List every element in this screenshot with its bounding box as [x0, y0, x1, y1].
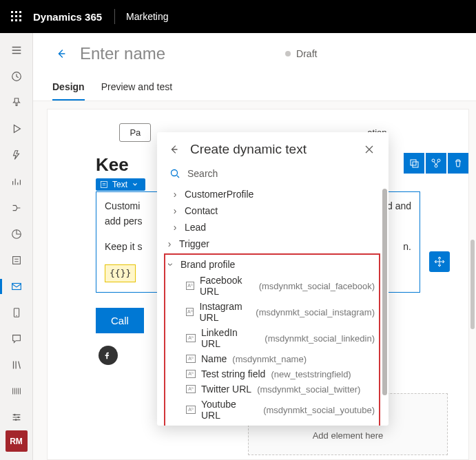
tab-design[interactable]: Design — [52, 76, 85, 101]
hamburger-icon[interactable] — [0, 37, 33, 63]
svg-point-16 — [17, 417, 19, 419]
field-label: Name — [201, 353, 227, 364]
svg-rect-2 — [19, 11, 21, 13]
node-label: Contact — [185, 205, 218, 216]
brand-profile-highlight: ›Brand profile AᵇFacebook URL (msdynmkt_… — [164, 253, 380, 426]
body-line1-left: Customi — [105, 199, 140, 214]
body-line3-right: n. — [403, 240, 411, 255]
field-twitter-url[interactable]: AᵇTwitter URL (msdynmkt_social_twitter) — [165, 381, 379, 397]
node-contact[interactable]: ›Contact — [161, 202, 384, 219]
field-icon: Aᵇ — [186, 385, 196, 393]
dynamic-text-panel: Create dynamic text ›CustomerProfile ›Co… — [157, 132, 389, 426]
field-tech: (msdynmkt_social_instagram) — [256, 307, 375, 317]
move-handle-icon[interactable] — [429, 251, 450, 272]
scrollbar-thumb[interactable] — [470, 240, 475, 329]
svg-rect-0 — [11, 11, 13, 13]
field-youtube-url[interactable]: AᵇYoutube URL (msdynmkt_social_youtube) — [165, 397, 379, 423]
left-nav-rail: RM — [0, 33, 33, 460]
field-tech: (msdynmkt_social_facebook) — [259, 281, 375, 291]
facebook-icon[interactable] — [99, 346, 118, 365]
cta-button[interactable]: Call — [96, 308, 144, 333]
copy-icon[interactable] — [404, 153, 424, 174]
svg-rect-20 — [413, 162, 418, 167]
panel-search[interactable] — [157, 165, 389, 186]
flow-icon[interactable] — [0, 195, 33, 221]
node-label: Lead — [185, 222, 206, 233]
field-instagram-url[interactable]: AᵇInstagram URL (msdynmkt_social_instagr… — [165, 299, 379, 325]
field-icon: Aᵇ — [186, 355, 196, 363]
field-icon: Aᵇ — [186, 406, 196, 414]
chevron-right-icon: › — [171, 189, 179, 200]
chevron-right-icon: › — [171, 205, 179, 216]
field-label: Test string field — [201, 368, 265, 379]
field-tech: (msdynmkt_name) — [232, 354, 307, 364]
svg-rect-8 — [19, 19, 21, 21]
delete-icon[interactable] — [448, 153, 468, 174]
panel-back-icon[interactable] — [167, 142, 182, 157]
status-label: Draft — [296, 48, 317, 59]
app-label[interactable]: Marketing — [126, 11, 168, 22]
dynamic-token[interactable]: {{}} — [105, 264, 136, 282]
node-trigger[interactable]: ›Trigger — [161, 236, 384, 252]
page-title[interactable]: Enter name — [80, 44, 165, 63]
node-label: Trigger — [179, 238, 209, 249]
field-tech: (msdynmkt_social_youtube) — [263, 405, 375, 415]
field-tech: (msdynmkt_social_twitter) — [257, 384, 360, 395]
field-test-string[interactable]: AᵇTest string field (new_teststringfield… — [165, 366, 379, 381]
node-label: Brand profile — [180, 259, 235, 270]
field-icon: Aᵇ — [186, 334, 196, 342]
app-launcher-icon[interactable] — [6, 6, 28, 28]
field-tree: ›CustomerProfile ›Contact ›Lead ›Trigger… — [157, 186, 389, 426]
settings-sliders-icon[interactable] — [0, 404, 33, 430]
search-input[interactable] — [187, 168, 376, 179]
trigger-icon[interactable] — [0, 142, 33, 168]
back-arrow-icon[interactable] — [52, 45, 70, 63]
tab-preview[interactable]: Preview and test — [101, 76, 173, 101]
node-brand-profile[interactable]: ›Brand profile — [165, 256, 379, 273]
selection-toolbar — [404, 153, 468, 174]
search-icon — [169, 168, 180, 179]
panel-scrollbar-thumb[interactable] — [382, 189, 387, 395]
close-icon[interactable] — [362, 143, 376, 156]
email-heading-left: Kee — [96, 154, 129, 176]
node-customer-profile[interactable]: ›CustomerProfile — [161, 186, 384, 202]
avatar[interactable]: RM — [6, 430, 28, 451]
chevron-down-icon — [132, 181, 138, 188]
field-label: Instagram URL — [199, 301, 250, 323]
status-dot-icon — [285, 51, 291, 56]
svg-rect-4 — [15, 15, 17, 17]
pin-icon[interactable] — [0, 90, 33, 116]
field-label: Youtube URL — [201, 399, 258, 421]
svg-point-17 — [14, 419, 17, 421]
node-lead[interactable]: ›Lead — [161, 219, 384, 236]
mobile-icon[interactable] — [0, 300, 33, 326]
field-linkedin-url[interactable]: AᵇLinkedIn URL (msdynmkt_social_linkedin… — [165, 325, 379, 351]
field-name[interactable]: AᵇName (msdynmkt_name) — [165, 351, 379, 366]
field-tech: (msdynmkt_social_linkedin) — [265, 333, 375, 344]
brand-label[interactable]: Dynamics 365 — [33, 11, 102, 23]
add-element-label: Add element here — [313, 430, 384, 441]
status-badge: Draft — [285, 48, 317, 59]
text-badge-label: Text — [112, 180, 127, 189]
node-label: CustomerProfile — [185, 189, 253, 200]
recent-icon[interactable] — [0, 63, 33, 90]
analytics-icon[interactable] — [0, 168, 33, 194]
email-icon[interactable] — [0, 273, 33, 300]
text-element-badge[interactable]: Text — [96, 178, 145, 191]
chart-icon[interactable] — [0, 221, 33, 247]
play-icon[interactable] — [0, 116, 33, 142]
chevron-down-icon: › — [165, 260, 176, 269]
branch-icon[interactable] — [426, 153, 446, 174]
barcode-icon[interactable] — [0, 378, 33, 404]
svg-rect-12 — [12, 283, 21, 289]
chevron-right-icon: › — [165, 238, 174, 249]
field-facebook-url[interactable]: AᵇFacebook URL (msdynmkt_social_facebook… — [165, 273, 379, 299]
chat-icon[interactable] — [0, 326, 33, 352]
library-icon[interactable] — [0, 352, 33, 378]
canvas-button-left[interactable]: Pa — [119, 123, 151, 142]
page-header: Enter name Draft Design Preview and test — [33, 33, 476, 101]
form-icon[interactable] — [0, 247, 33, 273]
svg-point-15 — [13, 414, 15, 416]
field-icon: Aᵇ — [186, 282, 194, 290]
global-top-bar: Dynamics 365 Marketing — [0, 0, 476, 33]
